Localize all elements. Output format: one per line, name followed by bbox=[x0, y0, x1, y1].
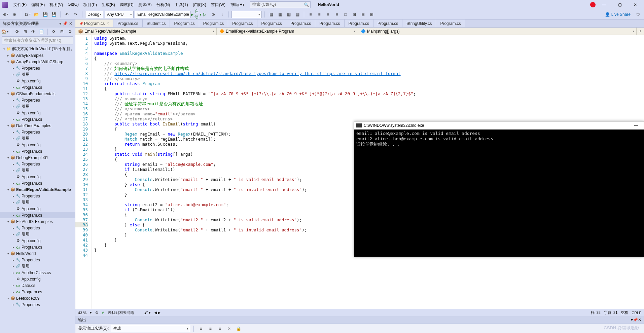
menu-item[interactable]: 文件(F) bbox=[11, 1, 29, 9]
editor-tab[interactable]: Student.cs bbox=[143, 20, 170, 27]
menu-item[interactable]: 分析(N) bbox=[154, 1, 172, 9]
close-panel-icon[interactable]: ✕ bbox=[69, 21, 72, 26]
save-button[interactable]: 💾 bbox=[41, 11, 49, 18]
tree-node[interactable]: ▸C#Program.cs bbox=[0, 116, 75, 122]
menu-item[interactable]: 视图(V) bbox=[47, 1, 65, 9]
menu-item[interactable]: 测试(S) bbox=[136, 1, 154, 9]
tree-node[interactable]: ⚙App.config bbox=[0, 174, 75, 180]
refresh-button[interactable]: ⟳ bbox=[50, 28, 57, 35]
collapse-button[interactable]: ⊟ bbox=[59, 28, 66, 35]
tree-node[interactable]: ▸C#Date.cs bbox=[0, 282, 75, 289]
prop-button[interactable]: 📄 bbox=[38, 28, 45, 35]
tb-icon-9[interactable]: □ bbox=[342, 11, 349, 18]
dropdown-icon[interactable]: ▾ bbox=[59, 21, 61, 26]
editor-tab[interactable]: Program.cs bbox=[286, 20, 315, 27]
tree-node[interactable]: ▸🔧Properties bbox=[0, 65, 75, 71]
start-debug-button[interactable]: ▶ 启动 ▾ bbox=[192, 11, 200, 18]
stop-button[interactable]: ⊘ bbox=[210, 11, 217, 18]
undo-button[interactable]: ↶ bbox=[63, 11, 71, 18]
tree-node[interactable]: ▸🔧Properties bbox=[0, 193, 75, 199]
tree-node[interactable]: ▸🔗引用 bbox=[0, 135, 75, 142]
tree-node[interactable]: ⚙App.config bbox=[0, 237, 75, 244]
step-button[interactable]: ↓ bbox=[218, 11, 226, 18]
tree-node[interactable]: ⚙App.config bbox=[0, 78, 75, 84]
tree-node[interactable]: ▸🔧Properties bbox=[0, 129, 75, 135]
tree-node[interactable]: ▾📦DateTimeExamples bbox=[0, 122, 75, 129]
minimize-button[interactable]: — bbox=[598, 1, 611, 9]
editor-tab[interactable]: Program.cs bbox=[199, 20, 228, 27]
editor-tab[interactable]: Program.cs bbox=[436, 20, 465, 27]
console-title-bar[interactable]: C:\WINDOWS\system32\cmd.exe — bbox=[354, 121, 644, 130]
menu-item[interactable]: 编辑(E) bbox=[29, 1, 47, 9]
zoom-level[interactable]: 43 % bbox=[78, 311, 86, 315]
tree-node[interactable]: ▾📦Leetcode209 bbox=[0, 295, 75, 301]
tree-node[interactable]: ▸C#Program.cs bbox=[0, 289, 75, 295]
editor-tab[interactable]: Program.cs bbox=[373, 20, 402, 27]
tree-node[interactable]: ▸🔗引用 bbox=[0, 103, 75, 110]
tree-node[interactable]: ▸C#Program.cs bbox=[0, 84, 75, 90]
sync-button[interactable]: ⟳ bbox=[13, 28, 21, 35]
solution-node[interactable]: ▾📁 解决方案 'HelloWorld' (15 个项目, bbox=[0, 46, 75, 52]
tb-icon-12[interactable]: ⊞ bbox=[368, 11, 375, 18]
tree-node[interactable]: ▸🔗引用 bbox=[0, 231, 75, 237]
tb-icon-10[interactable]: ⊞ bbox=[351, 11, 358, 18]
tb-icon-11[interactable]: ⊞ bbox=[359, 11, 367, 18]
save-all-button[interactable]: 💾 bbox=[50, 11, 58, 18]
nav-fwd-button[interactable]: ⊕ bbox=[11, 11, 18, 18]
output-close-icon[interactable]: ✕ bbox=[638, 318, 641, 322]
showall-button[interactable]: 👁 bbox=[30, 28, 37, 35]
menu-item[interactable]: 扩展(X) bbox=[191, 1, 208, 9]
close-button[interactable]: ✕ bbox=[629, 1, 642, 9]
redo-button[interactable]: ↷ bbox=[72, 11, 79, 18]
tree-node[interactable]: ▸C#Program.cs bbox=[0, 148, 75, 154]
tree-node[interactable]: ▸🔧Properties bbox=[0, 301, 75, 308]
tree-node[interactable]: ▸🔗引用 bbox=[0, 199, 75, 206]
editor-tab[interactable]: Program.cs bbox=[315, 20, 344, 27]
tree-node[interactable]: ▸C#AnotherClass.cs bbox=[0, 269, 75, 276]
cmd-minimize-button[interactable]: — bbox=[631, 123, 642, 128]
admin-icon[interactable]: 🛡 bbox=[635, 11, 642, 18]
editor-tab[interactable]: Program.cs bbox=[170, 20, 199, 27]
startup-project-combo[interactable]: EmailRegexValidateExample bbox=[135, 11, 191, 18]
tb-icon-3[interactable]: ▦ bbox=[285, 11, 292, 18]
split-icon[interactable]: + bbox=[637, 28, 644, 35]
menu-item[interactable]: 窗口(W) bbox=[209, 1, 227, 9]
tree-node[interactable]: ▸🔧Properties bbox=[0, 161, 75, 167]
tree-node[interactable]: ▾📦FileAndDirExamples bbox=[0, 218, 75, 225]
platform-combo[interactable]: Any CPU bbox=[105, 11, 134, 18]
tree-node[interactable]: ▾📦ArrayExampleWithCSharp bbox=[0, 59, 75, 65]
global-search-input[interactable]: 搜索 (Ctrl+Q) 🔍 bbox=[250, 1, 311, 8]
tree-node[interactable]: ⚙App.config bbox=[0, 110, 75, 116]
editor-tab[interactable]: Program.cs bbox=[75, 20, 113, 27]
menu-item[interactable]: 帮助(H) bbox=[228, 1, 246, 9]
nav-back-button[interactable]: ⊕ bbox=[2, 11, 9, 18]
output-scroll-icon[interactable]: ≡ bbox=[216, 325, 223, 332]
menu-item[interactable]: 生成(B) bbox=[100, 1, 117, 9]
editor-tab[interactable]: StringUtility.cs bbox=[402, 20, 436, 27]
output-wrap-icon[interactable]: ≡ bbox=[207, 325, 214, 332]
tree-node[interactable]: ▸📦ArrayExamples bbox=[0, 52, 75, 59]
open-file-button[interactable]: 📂 bbox=[33, 11, 40, 18]
process-combo[interactable] bbox=[231, 11, 262, 18]
editor-tab[interactable]: Program.cs bbox=[345, 20, 373, 27]
solution-tree[interactable]: ▾📁 解决方案 'HelloWorld' (15 个项目, ▸📦ArrayExa… bbox=[0, 45, 75, 333]
tb-icon-7[interactable]: ≡ bbox=[324, 11, 332, 18]
solution-search-input[interactable]: 搜索解决方案资源管理器(Ctrl+;) bbox=[2, 36, 73, 44]
expand-button[interactable]: ⊞ bbox=[22, 28, 29, 35]
nav-member[interactable]: 🔷Main(string[] args) bbox=[358, 28, 637, 35]
tree-node[interactable]: ⚙App.config bbox=[0, 276, 75, 282]
tb-icon-8[interactable]: ≡ bbox=[333, 11, 341, 18]
tree-node[interactable]: ▾📦DebugExample01 bbox=[0, 154, 75, 161]
menu-item[interactable]: 调试(D) bbox=[118, 1, 136, 9]
tree-node[interactable]: ▸🔗引用 bbox=[0, 263, 75, 269]
nav-project[interactable]: 📦EmailRegexValidateExample bbox=[75, 28, 217, 35]
nav-class[interactable]: 🔶EmailRegexValidateExample.Program bbox=[217, 28, 358, 35]
output-lock-icon[interactable]: 🔒 bbox=[235, 325, 242, 332]
tree-node[interactable]: ▾📦HelloWorld bbox=[0, 250, 75, 257]
tree-node[interactable]: ▾📦EmailRegexValidateExample bbox=[0, 186, 75, 193]
tb-icon-6[interactable]: ≡ bbox=[316, 11, 323, 18]
menu-item[interactable]: 工具(T) bbox=[173, 1, 190, 9]
tree-node[interactable]: ▾📦CSharpFundamentals bbox=[0, 90, 75, 97]
output-pin-icon[interactable]: 📌 bbox=[633, 318, 638, 322]
tree-node[interactable]: ▸🔗引用 bbox=[0, 71, 75, 78]
